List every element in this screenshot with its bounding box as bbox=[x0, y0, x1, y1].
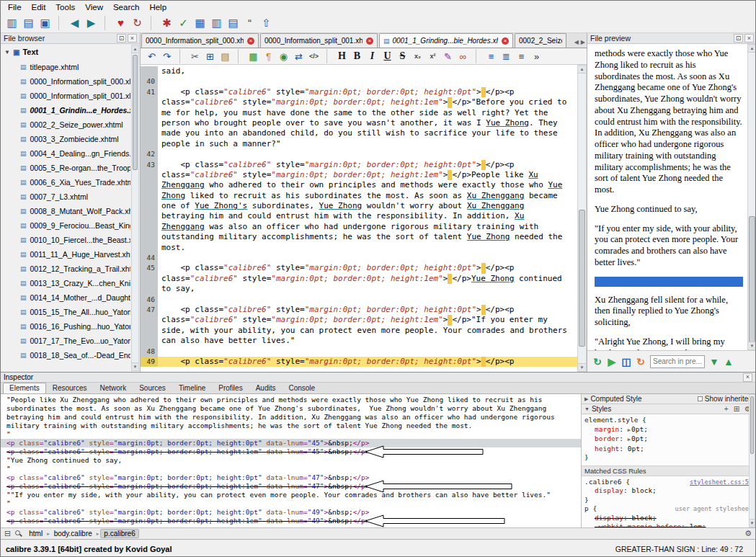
subscript-icon[interactable]: x₂ bbox=[410, 49, 425, 63]
heading-icon[interactable]: H bbox=[334, 49, 350, 63]
scrollbar-thumb[interactable] bbox=[750, 396, 754, 454]
insert-file-icon[interactable]: ▦ bbox=[192, 15, 208, 31]
code-line[interactable]: said, bbox=[141, 66, 577, 76]
file-item[interactable]: ▤0000_Information_split_001.xhtml bbox=[1, 89, 130, 103]
smarten-punctuation-icon[interactable]: “ bbox=[241, 15, 258, 31]
overflow-icon[interactable]: » bbox=[529, 49, 544, 63]
cut-icon[interactable]: ✂ bbox=[187, 49, 203, 63]
editor-scrollbar[interactable]: ▲ ▼ bbox=[577, 65, 587, 372]
console-toggle-icon[interactable]: ⊟ bbox=[4, 529, 11, 538]
bold-icon[interactable]: B bbox=[350, 49, 365, 63]
close-inspector-icon[interactable]: × bbox=[743, 373, 752, 382]
css-property[interactable]: -webkit-margin-before: 1em; bbox=[584, 522, 752, 527]
css-property[interactable]: margin: ▶0pt; bbox=[584, 425, 752, 435]
file-item[interactable]: ▤0011_11_A_Huge_Harvest.xhtml bbox=[1, 247, 130, 262]
file-item[interactable]: ▤0000_Information_split_000.xhtml bbox=[1, 74, 130, 89]
menu-view[interactable]: View bbox=[80, 2, 108, 12]
breadcrumb-item[interactable]: p.calibre6 bbox=[100, 529, 138, 538]
breadcrumb-item[interactable]: html bbox=[26, 530, 45, 538]
float-dock-icon[interactable]: ⊡ bbox=[734, 34, 743, 43]
file-item[interactable]: ▤0018_18_Sea_of...-Dead_End.xhtml bbox=[1, 348, 130, 362]
next-match-icon[interactable]: ▼ bbox=[707, 355, 721, 369]
menu-file[interactable]: File bbox=[3, 2, 27, 12]
show-inherited-checkbox[interactable] bbox=[698, 396, 703, 401]
gear-icon[interactable]: ⚙ bbox=[744, 529, 752, 538]
menu-help[interactable]: Help bbox=[144, 2, 172, 12]
close-dock-icon[interactable]: × bbox=[128, 34, 137, 43]
link-icon[interactable]: ∞ bbox=[455, 49, 471, 63]
scroll-up-icon[interactable]: ▲ bbox=[578, 66, 586, 73]
file-item[interactable]: ▤0014_14_Mother_...d_Daughter.xhtml bbox=[1, 290, 130, 305]
dom-node[interactable]: ""If you enter my side, with your abilit… bbox=[1, 491, 581, 499]
code-line[interactable]: Zhong liked to recruit as his subordinat… bbox=[141, 191, 577, 201]
italic-icon[interactable]: I bbox=[365, 49, 380, 63]
menu-search[interactable]: Search bbox=[108, 2, 144, 12]
forward-icon[interactable]: ▶ bbox=[83, 15, 99, 31]
tab-close-icon[interactable]: × bbox=[247, 37, 254, 45]
file-item[interactable]: ▤titlepage.xhtml bbox=[1, 60, 130, 74]
code-line[interactable]: 49 <p class="calibre6" style="margin:0pt… bbox=[141, 357, 577, 367]
breadcrumb-item[interactable]: body.calibre bbox=[51, 530, 95, 538]
paste-icon[interactable]: ▤ bbox=[218, 49, 233, 63]
code-line[interactable]: people in such a manner?" bbox=[141, 139, 577, 149]
float-dock-icon[interactable]: ⊡ bbox=[117, 34, 126, 43]
file-item[interactable]: ▤0003_3_Zombiecide.xhtml bbox=[1, 132, 130, 146]
split-view-icon[interactable]: ◫ bbox=[619, 355, 633, 369]
file-browser-scrollbar[interactable]: ▲ ▼ bbox=[131, 45, 139, 371]
file-item[interactable]: ▤0010_10_Fiercel...the_Beast.xhtml bbox=[1, 233, 130, 247]
dom-node[interactable]: <p class="calibre6" style="margin:0pt; b… bbox=[1, 482, 581, 491]
previous-match-icon[interactable]: ▲ bbox=[721, 355, 736, 369]
open-file-icon[interactable]: ▤ bbox=[20, 15, 37, 31]
file-item[interactable]: ▤0007_7_L3.xhtml bbox=[1, 190, 130, 204]
code-line[interactable]: class="calibre6" style="margin:0pt; bord… bbox=[141, 274, 577, 284]
scroll-down-icon[interactable]: ▼ bbox=[750, 519, 755, 527]
run-icon[interactable]: ▶ bbox=[605, 355, 619, 369]
expander-icon[interactable]: ▼ bbox=[584, 406, 590, 411]
css-property[interactable]: border: ▶0pt; bbox=[584, 435, 752, 445]
file-item[interactable]: ▤0012_12_Tracking_a_Trail.xhtml bbox=[1, 262, 130, 276]
dom-node[interactable]: <p class="calibre6" style="margin:0pt; b… bbox=[1, 447, 581, 456]
css-property[interactable]: height: 0pt; bbox=[584, 445, 752, 454]
dom-node[interactable]: " bbox=[1, 499, 581, 508]
code-line[interactable]: most. bbox=[141, 243, 577, 253]
inspector-tab-audits[interactable]: Audits bbox=[249, 383, 283, 393]
dom-node[interactable]: <p class="calibre6" style="margin:0pt; b… bbox=[1, 517, 581, 525]
code-line[interactable]: Zhenggang who adhered to their own princ… bbox=[141, 180, 577, 190]
file-item[interactable]: ▤0002_2_Seize_power.xhtml bbox=[1, 117, 130, 132]
dom-node[interactable]: " bbox=[1, 465, 581, 473]
menu-tools[interactable]: Tools bbox=[50, 2, 80, 12]
bullet-list-icon[interactable]: ≡ bbox=[484, 49, 499, 63]
inspect-element-icon[interactable] bbox=[14, 530, 22, 538]
scroll-down-icon[interactable]: ▼ bbox=[132, 362, 138, 370]
editor-tab[interactable]: 0000_Information_split_001.xhtml× bbox=[260, 33, 378, 48]
code-line[interactable]: class="calibre6" style="margin:0pt; bord… bbox=[141, 315, 577, 325]
copy-icon[interactable]: ⊞ bbox=[203, 49, 218, 63]
file-item[interactable]: ▤0005_5_Re-organ...the_Troops.xhtml bbox=[1, 161, 130, 175]
dom-node[interactable]: <p class="calibre6" style="margin:0pt; b… bbox=[1, 439, 581, 447]
code-line[interactable]: side, with your ability, you can protect… bbox=[141, 326, 577, 336]
tab-close-icon[interactable]: × bbox=[502, 37, 509, 45]
save-icon[interactable]: ▣ bbox=[37, 15, 53, 31]
preview-scrollbar[interactable]: ▲ ▼ bbox=[747, 44, 756, 350]
code-line[interactable]: class="calibre6" style="margin:0pt; bord… bbox=[141, 170, 577, 180]
spellcheck-icon[interactable]: ✓ bbox=[175, 15, 192, 31]
superscript-icon[interactable]: x² bbox=[425, 49, 440, 63]
close-dock-icon[interactable]: × bbox=[744, 34, 754, 43]
menu-edit[interactable]: Edit bbox=[27, 2, 51, 12]
expander-icon[interactable]: ▶ bbox=[584, 396, 588, 402]
code-line[interactable]: me for help, you must have done the same… bbox=[141, 108, 577, 118]
color-icon[interactable]: ✎ bbox=[440, 49, 455, 63]
code-editor[interactable]: said,4041 <p class="calibre6" style="mar… bbox=[141, 65, 577, 372]
code-line[interactable]: 48 bbox=[141, 347, 577, 357]
file-item[interactable]: ▤0017_17_The_Evo...uo_Yatong.xhtml bbox=[1, 334, 130, 348]
special-character-icon[interactable]: ¶ bbox=[261, 49, 276, 63]
inspector-tab-sources[interactable]: Sources bbox=[133, 383, 172, 393]
code-line[interactable]: to say, bbox=[141, 284, 577, 294]
code-line[interactable]: class="calibre6" style="margin:0pt; bord… bbox=[141, 97, 577, 107]
file-tree-root[interactable]: ▼ ▣ Text bbox=[1, 44, 140, 60]
file-item[interactable]: ▤0001_1_Grindin...e_Hordes.xhtml bbox=[1, 103, 130, 117]
inspector-tab-console[interactable]: Console bbox=[282, 383, 321, 393]
check-book-icon[interactable]: ✱ bbox=[159, 15, 175, 31]
scroll-up-icon[interactable]: ▲ bbox=[748, 45, 756, 53]
code-line[interactable]: 41 <p class="calibre6" style="margin:0pt… bbox=[141, 87, 577, 97]
